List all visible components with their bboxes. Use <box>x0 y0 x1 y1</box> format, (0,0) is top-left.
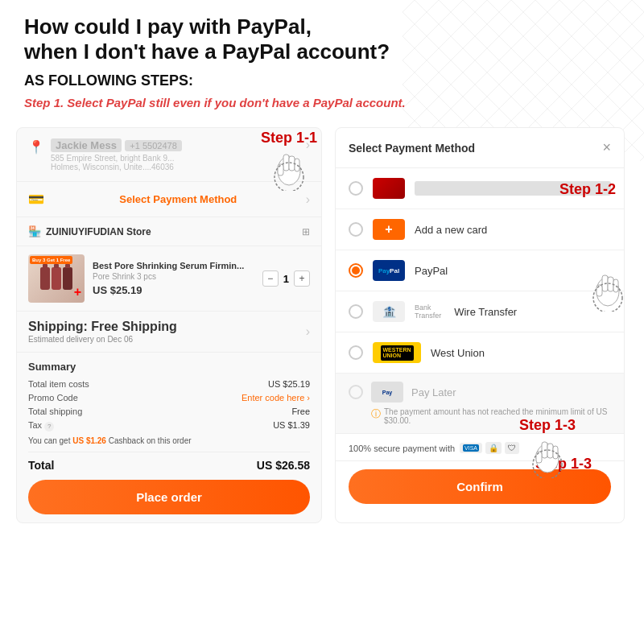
payment-option-card[interactable] <box>336 168 624 209</box>
payment-option-wire-transfer[interactable]: 🏦 BankTransfer Wire Transfer <box>336 291 624 332</box>
bank-transfer-icon: 🏦 <box>373 301 405 322</box>
address-section[interactable]: 📍 Jackie Mess +1 5502478 585 Empire Stre… <box>17 128 321 182</box>
radio-pay-later <box>349 385 363 399</box>
payment-chevron-icon: › <box>306 192 310 207</box>
place-order-button[interactable]: Place order <box>28 480 310 514</box>
order-summary: Summary Total item costs US $25.19 Promo… <box>17 353 321 522</box>
pay-later-icon: Pay <box>371 382 403 402</box>
summary-title: Summary <box>28 361 310 373</box>
payment-method-icon: 💳 <box>28 192 44 207</box>
customer-phone: +1 5502478 <box>125 140 181 151</box>
radio-add-card[interactable] <box>349 222 363 237</box>
secure-icon-1: VISA <box>460 443 482 453</box>
pay-later-header: Pay Pay Later <box>349 382 611 402</box>
total-value: US $26.58 <box>257 459 310 472</box>
store-name: ZUINIUYIFUDIAN Store <box>46 226 151 237</box>
qty-value: 1 <box>283 273 289 285</box>
product-badge: Buy 3 Get 1 Free <box>30 256 72 264</box>
shipping-cost-value: Free <box>291 407 310 416</box>
card-number-placeholder <box>415 181 611 196</box>
product-section: Buy 3 Get 1 Free + Best Pore Shrinking S… <box>17 246 321 312</box>
summary-tax: Tax ? US $1.39 <box>28 420 310 431</box>
customer-address: 585 Empire Street, bright Bank 9... Holm… <box>51 154 306 171</box>
product-info: Best Pore Shrinking Serum Firmin... Pore… <box>93 261 254 296</box>
product-bottles-graphic <box>40 267 72 290</box>
shipping-label: Shipping: Free Shipping <box>28 320 177 334</box>
svg-rect-9 <box>602 275 608 291</box>
secure-payment-section: 100% secure payment with VISA 🔒 🛡 Step 1… <box>336 434 624 461</box>
paypal-option-label: PayPal <box>415 265 448 277</box>
tax-value: US $1.39 <box>273 420 310 431</box>
visa-icon: VISA <box>463 444 479 452</box>
radio-card[interactable] <box>349 181 363 196</box>
confirm-payment-button[interactable]: Confirm <box>349 469 611 504</box>
product-price: US $25.19 <box>93 284 254 296</box>
secure-payment-icons: VISA 🔒 🛡 <box>460 442 519 454</box>
customer-name: Jackie Mess <box>51 138 122 152</box>
cashback-notice: You can get US $1.26 Cashback on this or… <box>28 436 310 445</box>
product-plus-icon: + <box>74 285 81 299</box>
summary-shipping: Total shipping Free <box>28 407 310 416</box>
store-action-icon: ⊞ <box>302 226 310 237</box>
western-union-label: West Union <box>431 347 485 359</box>
radio-wu[interactable] <box>349 345 363 360</box>
product-image: Buy 3 Get 1 Free + <box>28 254 85 303</box>
payment-option-paypal[interactable]: PayPal PayPal <box>336 250 624 291</box>
step-1-1-area: 💳 Select Payment Method › Step 1-1 <box>17 182 321 217</box>
store-icon: 🏪 <box>28 225 41 237</box>
payment-modal-title: Select Payment Method <box>349 142 475 155</box>
main-title: How could I pay with PayPal, when I don'… <box>24 14 620 64</box>
add-card-label: Add a new card <box>415 224 487 236</box>
secure-icon-3: 🛡 <box>505 442 519 454</box>
credit-card-icon <box>373 178 405 199</box>
item-costs-value: US $25.19 <box>268 379 310 389</box>
shipping-chevron-icon: › <box>306 324 310 339</box>
pay-later-section: Pay Pay Later ⓘ The payment amount has n… <box>336 374 624 434</box>
radio-paypal[interactable] <box>349 263 363 278</box>
payment-modal-header: Select Payment Method × <box>336 128 624 168</box>
promo-value[interactable]: Enter code here › <box>242 393 310 402</box>
paypal-brand-icon: PayPal <box>373 260 405 281</box>
select-payment-label[interactable]: Select Payment Method <box>119 193 237 205</box>
product-name: Best Pore Shrinking Serum Firmin... <box>93 261 254 270</box>
right-panel-payment: Select Payment Method × + Add a new card… <box>335 127 625 523</box>
summary-item-costs: Total item costs US $25.19 <box>28 379 310 389</box>
payment-option-western-union[interactable]: WESTERNUNION West Union <box>336 332 624 374</box>
secure-label: 100% secure payment with <box>349 444 455 453</box>
svg-rect-11 <box>613 279 618 292</box>
shipping-delivery: Estimated delivery on Dec 06 <box>28 335 177 344</box>
promo-label: Promo Code <box>28 393 78 402</box>
shipping-cost-label: Total shipping <box>28 407 82 416</box>
wire-transfer-label: Wire Transfer <box>454 306 517 318</box>
western-union-icon: WESTERNUNION <box>373 342 421 363</box>
step-instruction: Step 1. Select PayPal still even if you … <box>24 96 620 109</box>
qty-increase-button[interactable]: + <box>294 270 310 287</box>
qty-decrease-button[interactable]: − <box>262 270 279 287</box>
page-wrapper: How could I pay with PayPal, when I don'… <box>0 0 644 644</box>
radio-paypal-dot <box>352 266 360 275</box>
pay-later-note: ⓘ The payment amount has not reached the… <box>349 407 611 425</box>
svg-rect-10 <box>608 277 613 291</box>
left-panel-checkout: 📍 Jackie Mess +1 5502478 585 Empire Stre… <box>16 127 322 523</box>
store-section: 🏪 ZUINIUYIFUDIAN Store ⊞ <box>17 217 321 246</box>
shipping-section[interactable]: Shipping: Free Shipping Estimated delive… <box>17 312 321 353</box>
item-costs-label: Total item costs <box>28 379 89 389</box>
tax-label: Tax ? <box>28 420 54 431</box>
quantity-control[interactable]: − 1 + <box>262 270 310 287</box>
info-icon: ⓘ <box>371 407 381 421</box>
pay-later-label: Pay Later <box>411 386 456 398</box>
total-label: Total <box>28 459 54 472</box>
page-header: How could I pay with PayPal, when I don'… <box>0 0 644 127</box>
two-column-layout: 📍 Jackie Mess +1 5502478 585 Empire Stre… <box>0 127 644 523</box>
product-variant: Pore Shrink 3 pcs <box>93 272 254 281</box>
summary-promo[interactable]: Promo Code Enter code here › <box>28 393 310 402</box>
address-chevron-icon: › <box>306 138 310 152</box>
secure-icon-2: 🔒 <box>485 442 502 454</box>
location-icon: 📍 <box>28 139 44 155</box>
bank-sublabel: BankTransfer <box>415 303 441 320</box>
payment-modal-close-button[interactable]: × <box>602 139 611 156</box>
payment-selection-row[interactable]: 💳 Select Payment Method › <box>17 182 321 217</box>
radio-wire[interactable] <box>349 304 363 319</box>
shipping-info: Shipping: Free Shipping Estimated delive… <box>28 320 177 344</box>
payment-option-add-card[interactable]: + Add a new card Step 1-2 <box>336 209 624 250</box>
